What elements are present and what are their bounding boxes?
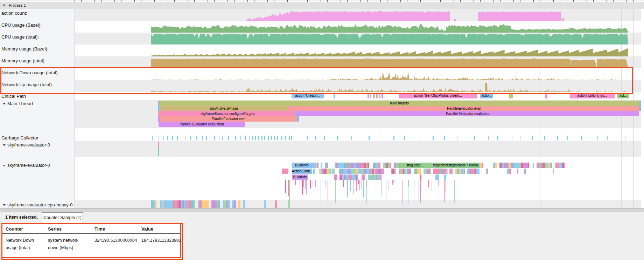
cell-series: system network down (Mbps) bbox=[45, 234, 91, 252]
sidebar-item-cpu-total[interactable]: CPU usage (total): bbox=[1, 34, 39, 40]
collapse-triangle-icon bbox=[3, 165, 6, 166]
sidebar-item-net-up[interactable]: Network Up usage (total): bbox=[1, 82, 53, 87]
sidebar-item-mem-total[interactable]: Memory usage (total): bbox=[1, 58, 46, 63]
col-value[interactable]: Value bbox=[138, 224, 180, 234]
mem-total-chart[interactable] bbox=[0, 56, 644, 68]
cpu-total-chart[interactable] bbox=[0, 33, 644, 45]
collapse-triangle-icon bbox=[3, 204, 6, 206]
table-header-row: Counter Series Time Value bbox=[2, 224, 180, 234]
track-row-cpu-heavy[interactable] bbox=[0, 200, 641, 208]
process-header[interactable]: Process 1 bbox=[0, 2, 644, 9]
sidebar-item-action-count[interactable]: action count: bbox=[1, 11, 27, 16]
details-panel: 1 item selected. Counter Sample (1) Coun… bbox=[0, 212, 644, 260]
sidebar-item-cpu-heavy[interactable]: skyframe-evaluator-cpu-heavy-0 bbox=[3, 202, 72, 207]
sidebar-item-evaluator-a[interactable]: skyframe-evaluator-0 bbox=[3, 142, 50, 148]
track-row-gc[interactable] bbox=[0, 135, 641, 141]
sidebar-item-main-thread[interactable]: Main Thread bbox=[3, 101, 33, 106]
panel-resize-divider[interactable] bbox=[0, 208, 644, 212]
collapse-triangle-icon bbox=[3, 103, 6, 105]
cell-value: 184.1793113323983 bbox=[138, 234, 180, 252]
col-time[interactable]: Time bbox=[91, 224, 138, 234]
net-down-chart[interactable] bbox=[0, 68, 644, 80]
cell-counter: Network Down usage (total) bbox=[2, 234, 45, 252]
tab-counter-sample[interactable]: Counter Sample (1) bbox=[42, 212, 83, 223]
collapse-triangle-icon bbox=[3, 144, 6, 146]
track-row-evaluator-b[interactable] bbox=[0, 162, 641, 200]
track-row-evaluator-a[interactable] bbox=[0, 141, 641, 157]
collapse-triangle-icon bbox=[3, 5, 6, 6]
table-row[interactable]: Network Down usage (total) system networ… bbox=[2, 234, 180, 252]
mem-bazel-chart[interactable] bbox=[0, 45, 644, 56]
selection-status: 1 item selected. bbox=[5, 215, 38, 220]
track-sidebar: action count: CPU usage (Bazel): CPU usa… bbox=[0, 9, 75, 208]
action-count-chart[interactable] bbox=[0, 9, 644, 21]
sidebar-item-mem-bazel[interactable]: Memory usage (Bazel): bbox=[1, 46, 48, 52]
sidebar-item-net-down[interactable]: Network Down usage (total): bbox=[1, 70, 59, 75]
col-counter[interactable]: Counter bbox=[2, 224, 45, 234]
track-row-gap1 bbox=[0, 128, 641, 135]
net-up-chart[interactable] bbox=[0, 80, 644, 92]
cell-time: 324190.51300000004 bbox=[91, 234, 138, 252]
track-row-critical-path[interactable] bbox=[0, 92, 641, 100]
process-title: Process 1 bbox=[9, 3, 26, 7]
col-series[interactable]: Series bbox=[45, 224, 91, 234]
track-row-gap2 bbox=[0, 157, 641, 162]
sidebar-item-evaluator-b[interactable]: skyframe-evaluator-0 bbox=[3, 163, 50, 168]
cpu-bazel-chart[interactable] bbox=[0, 21, 644, 33]
sidebar-item-gc[interactable]: Garbage Collector bbox=[1, 135, 38, 141]
track-row-main-thread[interactable] bbox=[0, 100, 641, 128]
trace-viewer: Process 1 action 'Creatin...action 'GenO… bbox=[0, 0, 644, 260]
counter-sample-table: Counter Series Time Value Network Down u… bbox=[1, 223, 181, 258]
sidebar-item-critical-path[interactable]: Critical Path bbox=[1, 94, 26, 99]
sidebar-item-cpu-bazel[interactable]: CPU usage (Bazel): bbox=[1, 22, 42, 28]
viewport-edge-line bbox=[633, 9, 634, 208]
